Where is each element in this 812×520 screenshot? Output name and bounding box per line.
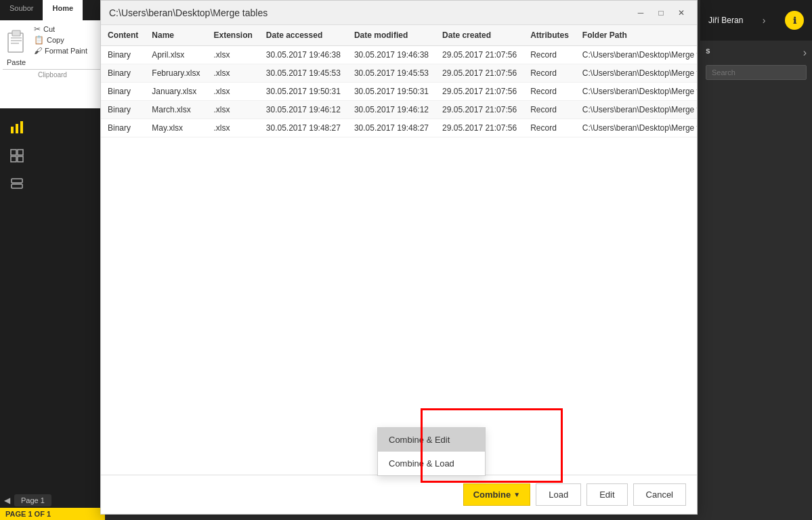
table-row[interactable]: BinaryJanuary.xlsx.xlsx30.05.2017 19:50:… (101, 83, 697, 101)
clipboard-label: Clipboard (3, 69, 102, 79)
table-cell: 30.05.2017 19:46:12 (259, 101, 347, 119)
table-row[interactable]: BinaryMarch.xlsx.xlsx30.05.2017 19:46:12… (101, 101, 697, 119)
right-panel-body: s › (700, 41, 812, 85)
table-cell: Binary (101, 119, 145, 137)
left-sidebar: Soubor Home Paste (0, 0, 105, 520)
table-cell: C:\Users\beran\Desktop\Merge tables\ (576, 83, 697, 101)
table-cell: .xlsx (207, 101, 259, 119)
close-button[interactable]: ✕ (674, 5, 689, 20)
cancel-button[interactable]: Cancel (633, 483, 686, 506)
svg-rect-2 (11, 37, 22, 39)
format-paint-button[interactable]: 🖌 Format Paint (34, 46, 87, 56)
col-date-modified: Date modified (347, 25, 435, 46)
ribbon-body: Paste ✂ Cut 📋 Copy 🖌 Format Paint (0, 20, 105, 108)
paste-label: Paste (7, 58, 26, 66)
table-cell: Record (523, 83, 576, 101)
table-cell: 29.05.2017 21:07:56 (435, 64, 523, 83)
dialog: C:\Users\beran\Desktop\Merge tables ─ □ … (100, 0, 698, 515)
table-cell: C:\Users\beran\Desktop\Merge tables\ (576, 119, 697, 137)
data-table: Content Name Extension Date accessed Dat… (101, 25, 697, 137)
table-cell: 30.05.2017 19:45:53 (347, 64, 435, 83)
table-cell: Binary (101, 83, 145, 101)
copy-icon: 📋 (34, 35, 44, 45)
col-content: Content (101, 25, 145, 46)
table-cell: .xlsx (207, 46, 259, 64)
svg-rect-8 (11, 150, 16, 155)
minimize-button[interactable]: ─ (633, 5, 648, 20)
paste-button[interactable] (3, 24, 30, 58)
cut-button[interactable]: ✂ Cut (34, 24, 87, 34)
table-container: Content Name Extension Date accessed Dat… (101, 25, 697, 475)
svg-rect-10 (11, 156, 16, 162)
dialog-titlebar: C:\Users\beran\Desktop\Merge tables ─ □ … (101, 1, 697, 25)
combine-button[interactable]: Combine ▼ (463, 483, 531, 506)
right-panel: Jiří Beran › ℹ s › (700, 0, 812, 520)
table-cell: C:\Users\beran\Desktop\Merge tables\ (576, 46, 697, 64)
table-row[interactable]: BinaryFebruary.xlsx.xlsx30.05.2017 19:45… (101, 64, 697, 83)
col-name: Name (145, 25, 207, 46)
panel-title: s (706, 46, 710, 56)
ribbon: Soubor Home Paste (0, 0, 105, 108)
dialog-title: C:\Users\beran\Desktop\Merge tables (109, 7, 268, 18)
grid-icon[interactable] (5, 144, 29, 168)
copy-label: Copy (47, 36, 64, 44)
svg-rect-9 (18, 150, 23, 155)
svg-rect-5 (11, 127, 14, 133)
combine-load-item[interactable]: Combine & Load (378, 452, 485, 475)
table-cell: 30.05.2017 19:45:53 (259, 64, 347, 83)
layers-icon[interactable] (5, 172, 29, 196)
user-avatar: ℹ (785, 11, 804, 30)
col-date-created: Date created (435, 25, 523, 46)
table-row[interactable]: BinaryApril.xlsx.xlsx30.05.2017 19:46:38… (101, 46, 697, 64)
format-paint-icon: 🖌 (34, 46, 42, 56)
right-panel-header: Jiří Beran › ℹ (700, 0, 812, 41)
combine-dropdown: Combine & Edit Combine & Load (377, 427, 486, 476)
table-cell: January.xlsx (145, 83, 207, 101)
table-cell: 30.05.2017 19:46:12 (347, 101, 435, 119)
maximize-button[interactable]: □ (654, 5, 668, 20)
cut-icon: ✂ (34, 24, 41, 34)
table-cell: 29.05.2017 21:07:56 (435, 46, 523, 64)
col-folder-path: Folder Path (576, 25, 697, 46)
svg-rect-6 (16, 124, 18, 133)
edit-button[interactable]: Edit (586, 483, 627, 506)
load-button[interactable]: Load (536, 483, 581, 506)
svg-rect-13 (12, 184, 22, 188)
table-cell: March.xlsx (145, 101, 207, 119)
table-cell: 29.05.2017 21:07:56 (435, 101, 523, 119)
svg-rect-4 (11, 43, 19, 44)
dialog-footer: Combine & Edit Combine & Load Combine ▼ … (101, 475, 697, 514)
table-cell: C:\Users\beran\Desktop\Merge tables\ (576, 101, 697, 119)
search-input[interactable] (706, 65, 807, 80)
expand-arrow[interactable]: › (763, 15, 766, 26)
table-cell: Record (523, 101, 576, 119)
table-cell: Binary (101, 46, 145, 64)
svg-rect-3 (11, 40, 22, 41)
page-tab[interactable]: Page 1 (14, 494, 51, 506)
tab-home[interactable]: Home (43, 0, 83, 20)
ribbon-tabs: Soubor Home (0, 0, 105, 20)
combine-edit-item[interactable]: Combine & Edit (378, 428, 485, 452)
col-attributes: Attributes (523, 25, 576, 46)
page-status: PAGE 1 OF 1 (0, 508, 105, 520)
cut-label: Cut (43, 25, 55, 33)
table-cell: 30.05.2017 19:50:31 (347, 83, 435, 101)
table-header-row: Content Name Extension Date accessed Dat… (101, 25, 697, 46)
copy-button[interactable]: 📋 Copy (34, 35, 87, 45)
tab-soubor[interactable]: Soubor (0, 0, 43, 20)
table-row[interactable]: BinaryMay.xlsx.xlsx30.05.2017 19:48:2730… (101, 119, 697, 137)
combine-dropdown-arrow: ▼ (513, 491, 520, 498)
svg-rect-7 (20, 121, 23, 133)
bar-chart-icon[interactable] (5, 115, 29, 139)
table-cell: 29.05.2017 21:07:56 (435, 119, 523, 137)
table-cell: 29.05.2017 21:07:56 (435, 83, 523, 101)
dialog-content: Content Name Extension Date accessed Dat… (101, 25, 697, 475)
combine-label: Combine (473, 490, 511, 500)
table-cell: .xlsx (207, 119, 259, 137)
table-cell: .xlsx (207, 64, 259, 83)
table-cell: 30.05.2017 19:48:27 (259, 119, 347, 137)
table-cell: 30.05.2017 19:46:38 (259, 46, 347, 64)
table-cell: 30.05.2017 19:48:27 (347, 119, 435, 137)
page-prev-button[interactable]: ◀ (4, 496, 10, 505)
panel-expand-icon[interactable]: › (803, 47, 807, 59)
